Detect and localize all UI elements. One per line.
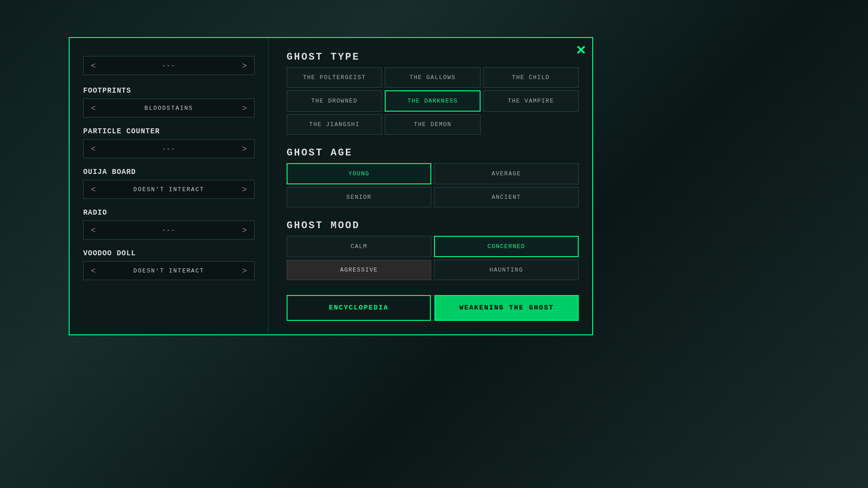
left-panel: < --- > FOOTPRINTS < BLOODSTAINS > PARTI… bbox=[70, 38, 269, 334]
ghost-type-drowned[interactable]: THE DROWNED bbox=[287, 90, 382, 112]
particle-counter-item: PARTICLE COUNTER < --- > bbox=[83, 127, 255, 158]
close-button[interactable]: ✕ bbox=[576, 44, 586, 57]
ghost-mood-grid: CALM CONCERNED AGRESSIVE HAUNTING bbox=[287, 236, 579, 280]
ghost-age-title: GHOST AGE bbox=[287, 147, 579, 159]
ghost-type-child[interactable]: THE CHILD bbox=[483, 67, 579, 88]
radio-next[interactable]: > bbox=[239, 226, 250, 234]
top-selector-value: --- bbox=[99, 62, 240, 69]
ouija-board-item: OUIJA BOARD < DOESN'T INTERACT > bbox=[83, 168, 255, 199]
particle-counter-label: PARTICLE COUNTER bbox=[83, 127, 255, 136]
ouija-board-label: OUIJA BOARD bbox=[83, 168, 255, 176]
ghost-mood-haunting[interactable]: HAUNTING bbox=[434, 260, 579, 280]
main-modal: ✕ < --- > FOOTPRINTS < BLOODSTAINS > bbox=[69, 37, 593, 335]
ghost-mood-agressive[interactable]: AGRESSIVE bbox=[287, 260, 431, 280]
encyclopedia-button[interactable]: ENCYCLOPEDIA bbox=[287, 295, 431, 321]
right-panel: GHOST TYPE THE POLTERGEIST THE GALLOWS T… bbox=[269, 38, 592, 334]
footprints-label: FOOTPRINTS bbox=[83, 87, 255, 95]
ouija-board-value: DOESN'T INTERACT bbox=[99, 186, 240, 193]
particle-counter-prev[interactable]: < bbox=[88, 145, 99, 153]
radio-item: RADIO < --- > bbox=[83, 209, 255, 239]
radio-selector: < --- > bbox=[83, 221, 255, 239]
ghost-mood-section: GHOST MOOD CALM CONCERNED AGRESSIVE HAUN… bbox=[287, 220, 579, 280]
ouija-board-selector: < DOESN'T INTERACT > bbox=[83, 180, 255, 199]
voodoo-doll-next[interactable]: > bbox=[239, 267, 250, 275]
footprints-selector: < BLOODSTAINS > bbox=[83, 99, 255, 117]
particle-counter-selector: < --- > bbox=[83, 139, 255, 158]
radio-value: --- bbox=[99, 227, 240, 234]
radio-label: RADIO bbox=[83, 209, 255, 217]
ghost-age-young[interactable]: YOUNG bbox=[287, 163, 431, 184]
top-selector-next[interactable]: > bbox=[239, 61, 250, 70]
ghost-type-gallows[interactable]: THE GALLOWS bbox=[385, 67, 480, 88]
ghost-age-grid: YOUNG AVERAGE SENIOR ANCIENT bbox=[287, 163, 579, 207]
voodoo-doll-item: VOODOO DOLL < DOESN'T INTERACT > bbox=[83, 249, 255, 280]
footprints-item: FOOTPRINTS < BLOODSTAINS > bbox=[83, 87, 255, 117]
particle-counter-next[interactable]: > bbox=[239, 145, 250, 153]
ouija-board-prev[interactable]: < bbox=[88, 185, 99, 193]
footprints-prev[interactable]: < bbox=[88, 104, 99, 112]
ghost-mood-title: GHOST MOOD bbox=[287, 220, 579, 231]
footprints-next[interactable]: > bbox=[239, 104, 250, 112]
ghost-age-average[interactable]: AVERAGE bbox=[434, 163, 579, 184]
voodoo-doll-selector: < DOESN'T INTERACT > bbox=[83, 261, 255, 280]
ghost-age-section: GHOST AGE YOUNG AVERAGE SENIOR ANCIENT bbox=[287, 147, 579, 207]
ghost-type-section: GHOST TYPE THE POLTERGEIST THE GALLOWS T… bbox=[287, 52, 579, 135]
top-selector-prev[interactable]: < bbox=[88, 61, 99, 70]
ghost-type-grid: THE POLTERGEIST THE GALLOWS THE CHILD TH… bbox=[287, 67, 579, 135]
voodoo-doll-value: DOESN'T INTERACT bbox=[99, 267, 240, 274]
ghost-type-jiangshi[interactable]: THE JIANGSHI bbox=[287, 114, 382, 135]
particle-counter-value: --- bbox=[99, 145, 240, 152]
weaken-ghost-button[interactable]: WEAKENING THE GHOST bbox=[434, 295, 579, 321]
footprints-value: BLOODSTAINS bbox=[99, 105, 240, 112]
radio-prev[interactable]: < bbox=[88, 226, 99, 234]
action-buttons: ENCYCLOPEDIA WEAKENING THE GHOST bbox=[287, 295, 579, 321]
voodoo-doll-prev[interactable]: < bbox=[88, 267, 99, 275]
ghost-age-senior[interactable]: SENIOR bbox=[287, 187, 431, 207]
ghost-mood-concerned[interactable]: CONCERNED bbox=[434, 236, 579, 257]
ghost-age-ancient[interactable]: ANCIENT bbox=[434, 187, 579, 207]
ghost-type-darkness[interactable]: THE DARKNESS bbox=[385, 90, 480, 112]
ghost-type-title: GHOST TYPE bbox=[287, 52, 579, 63]
top-selector-control: < --- > bbox=[83, 56, 255, 75]
top-selector-item: < --- > bbox=[83, 56, 255, 75]
voodoo-doll-label: VOODOO DOLL bbox=[83, 249, 255, 258]
modal-inner: < --- > FOOTPRINTS < BLOODSTAINS > PARTI… bbox=[70, 38, 592, 334]
ghost-mood-calm[interactable]: CALM bbox=[287, 236, 431, 257]
ghost-type-demon[interactable]: THE DEMON bbox=[385, 114, 480, 135]
ghost-type-poltergeist[interactable]: THE POLTERGEIST bbox=[287, 67, 382, 88]
ouija-board-next[interactable]: > bbox=[239, 185, 250, 193]
ghost-type-vampire[interactable]: THE VAMPIRE bbox=[483, 90, 579, 112]
